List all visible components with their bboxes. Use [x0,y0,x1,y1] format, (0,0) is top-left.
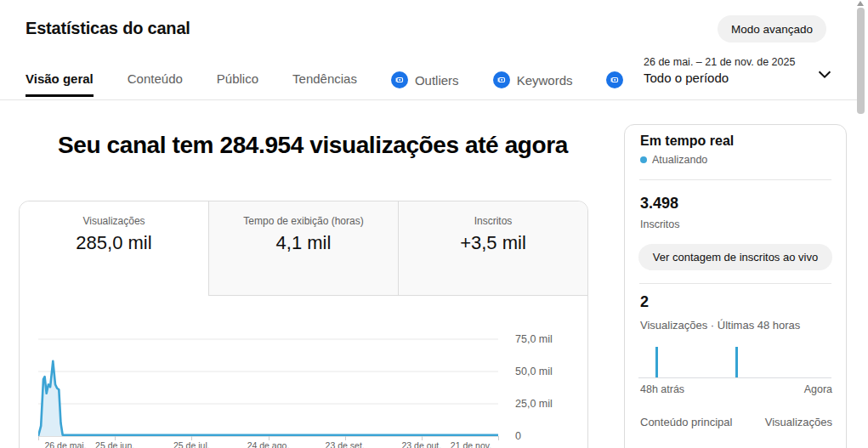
chevron-down-icon [815,65,834,87]
tab-content[interactable]: Conteúdo [128,71,183,94]
realtime-views-label: Visualizações · Últimas 48 horas [640,319,800,332]
metric-value: 285,0 mil [20,232,208,254]
metric-label: Inscritos [399,215,587,227]
x-axis-tick-label: 23 de set. [318,440,372,448]
views-column-label: Visualizações [765,416,832,428]
x-axis-tick-mark [38,436,39,440]
tab-audience[interactable]: Público [217,71,258,94]
tab-label: Visão geral [26,71,94,86]
y-axis-tick-label: 50,0 mil [515,366,553,377]
analytics-tab-bar: Visão geral Conteúdo Público Tendências … [26,71,623,97]
analytics-chart-card: Visualizações 285,0 mil Tempo de exibiçã… [19,201,588,448]
tab-keywords[interactable]: Keywords [493,71,573,97]
top-content-column-label: Conteúdo principal [640,416,732,428]
page-title: Estatísticas do canal [26,19,190,38]
divider [639,179,831,180]
y-axis-tick-label: 75,0 mil [515,333,553,345]
feature-badge-icon [606,71,623,88]
x-axis-tick-mark [115,436,116,440]
sparkline-bar [655,347,658,377]
date-range-picker[interactable]: 26 de mai. – 21 de nov. de 2025 Todo o p… [644,56,846,85]
live-subscriber-count-button[interactable]: Ver contagem de inscritos ao vivo [638,244,832,270]
realtime-views-sparkline[interactable] [638,342,832,378]
scroll-up-arrow-icon[interactable] [857,1,864,6]
metric-tab-subscribers[interactable]: Inscritos +3,5 mil [398,201,587,296]
axis-right-label: Agora [804,383,832,395]
x-axis-tick-label: 23 de out. [394,440,449,448]
tab-label: Público [217,71,258,86]
realtime-table-header: Conteúdo principal Visualizações [640,416,832,428]
scrollbar-thumb[interactable] [857,8,865,114]
tab-label: Tendências [292,71,357,86]
advanced-mode-button[interactable]: Modo avançado [718,15,826,43]
sparkline-axis-labels: 48h atrás Agora [640,383,832,395]
metric-label: Visualizações [20,215,208,227]
tab-trends[interactable]: Tendências [292,71,357,94]
metric-tab-strip: Visualizações 285,0 mil Tempo de exibiçã… [20,201,587,296]
tab-overview[interactable]: Visão geral [26,71,94,97]
x-axis-tick-label: 25 de jul. [164,440,218,448]
realtime-title: Em tempo real [640,133,734,149]
divider [639,283,831,284]
metric-tab-views[interactable]: Visualizações 285,0 mil [20,201,208,296]
metric-value: 4,1 mil [209,232,398,254]
realtime-views-count: 2 [640,293,649,311]
axis-left-label: 48h atrás [640,383,684,395]
y-axis-tick-label: 25,0 mil [515,398,553,410]
metric-label: Tempo de exibição (horas) [209,215,398,227]
tab-label: Keywords [517,73,573,88]
realtime-subscriber-label: Inscritos [640,218,680,230]
views-line-chart[interactable] [38,329,498,440]
x-axis-tick-label: 26 de mai. [38,440,93,448]
tab-label: Outliers [415,73,459,88]
x-axis-tick-label: 21 de nov. [444,440,498,448]
x-axis-tick-mark [191,436,192,440]
x-axis-tick-mark [269,436,269,440]
keywords-feature-icon [493,71,510,88]
x-axis-tick-label: 24 de ago. [241,440,296,448]
sparkline-baseline [638,377,831,378]
tab-bar-divider [0,99,858,100]
vertical-scrollbar[interactable] [857,0,865,448]
tab-more-feature[interactable] [606,71,623,97]
channel-views-headline: Seu canal tem 284.954 visualizações até … [58,132,568,159]
realtime-card: Em tempo real Atualizando 3.498 Inscrito… [624,124,847,448]
metric-value: +3,5 mil [399,232,587,254]
realtime-status: Atualizando [640,154,707,166]
x-axis-tick-mark [422,436,423,440]
y-axis-tick-label: 0 [515,430,521,442]
realtime-status-label: Atualizando [652,154,707,166]
x-axis-tick-label: 25 de jun. [88,440,142,448]
tab-outliers[interactable]: Outliers [391,71,459,97]
x-axis-tick-mark [498,436,499,440]
sparkline-bar [735,347,738,377]
realtime-subscriber-count: 3.498 [640,195,678,213]
metric-tab-watch-time[interactable]: Tempo de exibição (horas) 4,1 mil [208,201,398,296]
outliers-feature-icon [391,71,408,88]
tab-label: Conteúdo [128,71,183,86]
x-axis-tick-mark [345,436,346,440]
live-updating-dot-icon [640,156,647,163]
